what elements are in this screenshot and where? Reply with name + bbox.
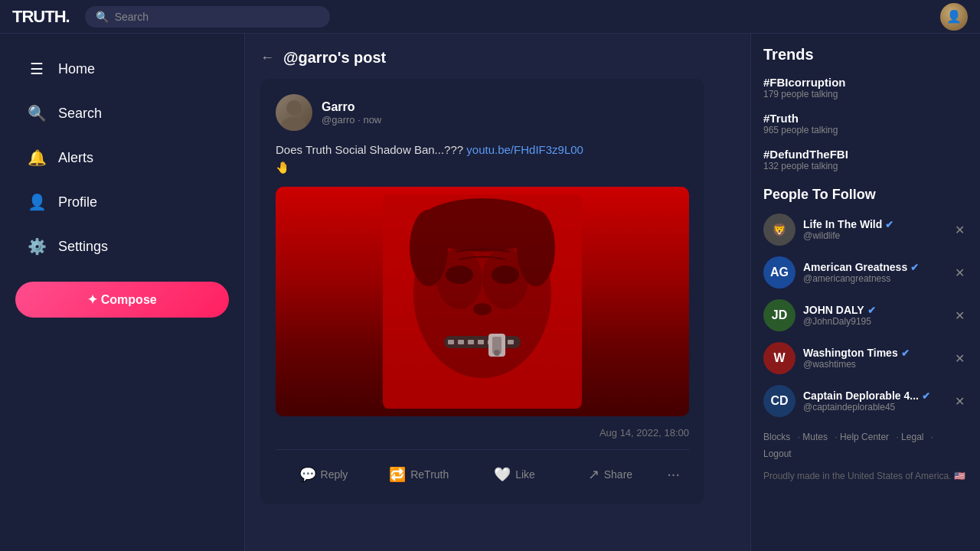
share-button[interactable]: ↗ Share bbox=[562, 460, 658, 489]
sidebar-item-settings[interactable]: ⚙️Settings bbox=[6, 225, 238, 268]
people-to-follow-list: 🦁 Life In The Wild ✔ @wildlife ✕ AG Amer… bbox=[763, 214, 968, 417]
follow-avatar[interactable]: 🦁 bbox=[763, 214, 795, 246]
verified-badge: ✔ bbox=[885, 219, 893, 230]
mutes-link[interactable]: Mutes bbox=[802, 432, 828, 442]
reply-button[interactable]: 💬 Reply bbox=[276, 460, 371, 489]
follow-item: JD JOHN DALY ✔ @JohnDaly9195 ✕ bbox=[763, 299, 968, 331]
search-input[interactable] bbox=[115, 11, 319, 23]
svg-point-7 bbox=[492, 266, 519, 284]
sidebar-label-settings: Settings bbox=[58, 239, 108, 255]
verified-badge: ✔ bbox=[922, 390, 930, 402]
follow-info: JOHN DALY ✔ @JohnDaly9195 bbox=[803, 304, 944, 327]
sidebar-item-search[interactable]: 🔍Search bbox=[6, 92, 238, 135]
dismiss-button[interactable]: ✕ bbox=[952, 305, 968, 326]
post-avatar[interactable] bbox=[276, 94, 312, 131]
back-button[interactable]: ← bbox=[260, 50, 274, 66]
search-bar[interactable]: 🔍 bbox=[85, 6, 330, 28]
verified-badge: ✔ bbox=[867, 305, 876, 316]
trend-chart bbox=[929, 76, 968, 99]
follow-handle: @americangreatness bbox=[803, 273, 944, 284]
svg-rect-13 bbox=[478, 340, 484, 344]
dismiss-button[interactable]: ✕ bbox=[952, 262, 968, 283]
sidebar-label-alerts: Alerts bbox=[58, 150, 93, 166]
help-link[interactable]: Help Center bbox=[840, 432, 889, 442]
logout-link[interactable]: Logout bbox=[763, 448, 792, 459]
share-icon: ↗ bbox=[588, 466, 599, 483]
trend-count: 132 people talking bbox=[763, 161, 848, 171]
like-icon: 🤍 bbox=[494, 466, 511, 483]
dismiss-button[interactable]: ✕ bbox=[952, 348, 968, 369]
trends-title: Trends bbox=[763, 46, 968, 64]
layout: ☰Home🔍Search🔔Alerts👤Profile⚙️Settings ✦ … bbox=[0, 34, 980, 551]
follow-name: Life In The Wild ✔ bbox=[803, 218, 944, 230]
sidebar-label-search: Search bbox=[58, 106, 102, 122]
follow-avatar[interactable]: CD bbox=[763, 385, 795, 417]
logo: TRUTH. bbox=[12, 7, 70, 27]
follow-handle: @JohnDaly9195 bbox=[803, 316, 944, 327]
post-title: @garro's post bbox=[283, 49, 386, 67]
svg-point-21 bbox=[410, 210, 448, 286]
post-link[interactable]: youtu.be/FHdIF3z9L00 bbox=[466, 143, 583, 156]
follow-info: Washington Times ✔ @washtimes bbox=[803, 347, 944, 370]
follow-item: W Washington Times ✔ @washtimes ✕ bbox=[763, 342, 968, 374]
retruth-icon: 🔁 bbox=[389, 466, 406, 483]
post-username[interactable]: Garro bbox=[322, 100, 381, 114]
verified-badge: ✔ bbox=[901, 347, 910, 359]
follow-handle: @washtimes bbox=[803, 359, 944, 370]
home-icon: ☰ bbox=[28, 60, 46, 78]
trend-item[interactable]: #DefundTheFBI 132 people talking bbox=[763, 148, 968, 171]
post-emoji: 🤚 bbox=[276, 161, 290, 174]
main-content: ← @garro's post Garro @garro · now bbox=[245, 34, 750, 551]
post-header-nav: ← @garro's post bbox=[260, 49, 735, 67]
trend-tag: #Truth bbox=[763, 112, 838, 125]
follow-handle: @captaindeplorable45 bbox=[803, 402, 944, 412]
topbar: TRUTH. 🔍 👤 bbox=[0, 0, 980, 34]
follow-avatar[interactable]: AG bbox=[763, 256, 795, 289]
more-button[interactable]: ··· bbox=[658, 459, 689, 489]
follow-name: Washington Times ✔ bbox=[803, 347, 944, 359]
follow-handle: @wildlife bbox=[803, 230, 944, 241]
right-panel: Trends #FBIcorruption 179 people talking… bbox=[750, 34, 980, 551]
footer-tagline: Proudly made in the United States of Ame… bbox=[763, 468, 968, 485]
trend-count: 965 people talking bbox=[763, 125, 838, 135]
avatar[interactable]: 👤 bbox=[940, 3, 968, 31]
svg-rect-16 bbox=[508, 340, 514, 344]
sidebar-item-alerts[interactable]: 🔔Alerts bbox=[6, 136, 238, 179]
trends-list: #FBIcorruption 179 people talking #Truth… bbox=[763, 76, 968, 171]
verified-badge: ✔ bbox=[910, 262, 919, 273]
compose-button[interactable]: ✦ Compose bbox=[15, 282, 229, 318]
follow-item: AG American Greatness ✔ @americangreatne… bbox=[763, 256, 968, 289]
people-to-follow-title: People To Follow bbox=[763, 187, 968, 203]
dismiss-button[interactable]: ✕ bbox=[952, 220, 968, 240]
sidebar-item-home[interactable]: ☰Home bbox=[6, 47, 238, 90]
trend-item[interactable]: #FBIcorruption 179 people talking bbox=[763, 76, 968, 99]
svg-point-0 bbox=[286, 100, 302, 116]
svg-point-22 bbox=[517, 210, 555, 286]
blocks-link[interactable]: Blocks bbox=[763, 432, 790, 442]
trend-info: #Truth 965 people talking bbox=[763, 112, 838, 135]
post-actions: 💬 Reply 🔁 ReTruth 🤍 Like ↗ Share ··· bbox=[276, 449, 689, 489]
follow-name: JOHN DALY ✔ bbox=[803, 304, 944, 316]
sidebar-label-home: Home bbox=[58, 61, 95, 77]
footer-links: Blocks · Mutes · Help Center · Legal · L… bbox=[763, 429, 968, 485]
trend-tag: #DefundTheFBI bbox=[763, 148, 848, 161]
svg-rect-10 bbox=[448, 340, 454, 344]
legal-link[interactable]: Legal bbox=[901, 432, 923, 442]
settings-icon: ⚙️ bbox=[28, 237, 46, 256]
follow-avatar[interactable]: W bbox=[763, 342, 795, 374]
post-handle-time: @garro · now bbox=[322, 114, 381, 126]
follow-info: American Greatness ✔ @americangreatness bbox=[803, 261, 944, 284]
follow-avatar[interactable]: JD bbox=[763, 299, 795, 331]
trend-info: #FBIcorruption 179 people talking bbox=[763, 76, 846, 99]
svg-rect-11 bbox=[458, 340, 464, 344]
sidebar: ☰Home🔍Search🔔Alerts👤Profile⚙️Settings ✦ … bbox=[0, 34, 245, 551]
retruth-button[interactable]: 🔁 ReTruth bbox=[371, 460, 467, 489]
like-button[interactable]: 🤍 Like bbox=[467, 460, 563, 489]
trend-item[interactable]: #Truth 965 people talking bbox=[763, 112, 968, 135]
dismiss-button[interactable]: ✕ bbox=[952, 391, 968, 412]
svg-rect-12 bbox=[468, 340, 474, 344]
svg-point-1 bbox=[282, 117, 306, 131]
sidebar-item-profile[interactable]: 👤Profile bbox=[6, 181, 238, 223]
follow-item: 🦁 Life In The Wild ✔ @wildlife ✕ bbox=[763, 214, 968, 246]
follow-name: American Greatness ✔ bbox=[803, 261, 944, 273]
